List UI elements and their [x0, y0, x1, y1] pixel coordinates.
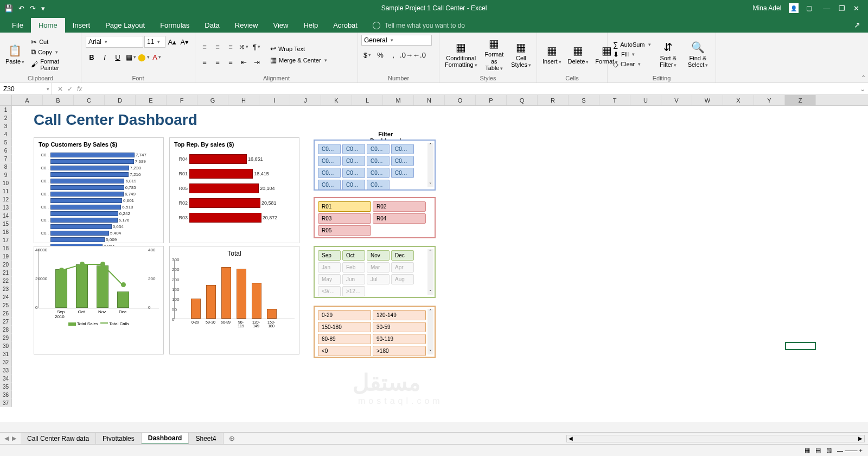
row-header[interactable]: 8 — [0, 163, 12, 171]
row-header[interactable]: 33 — [0, 366, 12, 375]
row-header[interactable]: 26 — [0, 309, 12, 318]
row-header[interactable]: 30 — [0, 342, 12, 350]
slicer-item[interactable]: R05 — [318, 225, 371, 236]
scroll-down-icon[interactable]: ˅ — [429, 182, 432, 187]
tab-view[interactable]: View — [265, 18, 296, 33]
cell-styles-button[interactable]: ▦Cell Styles — [509, 35, 533, 74]
slicer-item[interactable]: C00… — [367, 180, 390, 190]
row-header[interactable]: 14 — [0, 212, 12, 220]
slicer-item[interactable]: C00… — [391, 144, 414, 154]
slicer-item[interactable]: Oct — [342, 250, 365, 261]
bold-button[interactable]: B — [86, 51, 98, 63]
slicer-item[interactable]: May — [318, 274, 341, 284]
format-as-table-button[interactable]: ▦Format as Table — [482, 35, 507, 74]
slicer-item[interactable]: C00… — [318, 144, 341, 154]
comma-format-icon[interactable]: , — [387, 49, 399, 61]
scroll-up-icon[interactable]: ˄ — [429, 143, 432, 148]
column-header[interactable]: Y — [754, 95, 785, 105]
maximize-icon[interactable]: ❐ — [835, 4, 848, 12]
column-header[interactable]: P — [476, 95, 507, 105]
view-page-break-icon[interactable]: ▧ — [826, 447, 832, 454]
slicer-item[interactable]: C00… — [367, 168, 390, 178]
new-sheet-button[interactable]: ⊕ — [224, 434, 240, 442]
slicer-item[interactable]: Aug — [391, 274, 414, 284]
row-header[interactable]: 20 — [0, 261, 12, 269]
sheet-tab-raw-data[interactable]: Call Center Raw data — [21, 433, 96, 444]
close-icon[interactable]: ✕ — [850, 4, 863, 12]
slicer-ranges[interactable]: 0-29120-149150-18030-5960-8990-119<0>180… — [314, 306, 436, 358]
scroll-down-icon[interactable]: ˅ — [429, 349, 432, 354]
border-button[interactable]: ▦ — [125, 51, 137, 63]
column-header[interactable]: I — [259, 95, 290, 105]
column-header[interactable]: H — [228, 95, 259, 105]
italic-button[interactable]: I — [99, 51, 111, 63]
chart-monthly-combo[interactable]: 40000 20000 0 400 200 0 SepOctNovDec 201… — [34, 246, 164, 354]
slicer-item[interactable]: Apr — [391, 262, 414, 273]
slicer-item[interactable]: C00… — [367, 144, 390, 154]
column-header[interactable]: L — [352, 95, 383, 105]
row-header[interactable]: 10 — [0, 179, 12, 187]
worksheet-grid[interactable]: ABCDEFGHIJKLMNOPQRSTUVWXYZ 1234567891011… — [0, 95, 868, 422]
column-header[interactable]: C — [74, 95, 105, 105]
column-header[interactable]: U — [630, 95, 661, 105]
slicer-item[interactable]: >12… — [342, 286, 365, 296]
tab-page-layout[interactable]: Page Layout — [98, 18, 152, 33]
percent-format-icon[interactable]: % — [374, 49, 386, 61]
column-header[interactable]: T — [599, 95, 630, 105]
slicer-item[interactable]: Jan — [318, 262, 341, 273]
slicer-customers[interactable]: C00…C00…C00…C00…C00…C00…C00…C00…C00…C00…… — [314, 140, 436, 191]
row-header[interactable]: 5 — [0, 138, 12, 147]
slicer-item[interactable]: >180 — [373, 346, 426, 356]
sheet-cells[interactable]: Call Center Dashboard Top Customers By S… — [12, 106, 868, 422]
slicer-item[interactable]: C00… — [318, 168, 341, 178]
slicer-item[interactable]: 60-89 — [318, 334, 371, 344]
row-header[interactable]: 34 — [0, 375, 12, 383]
sort-filter-button[interactable]: ⇵Sort & Filter — [655, 35, 681, 74]
orientation-icon[interactable]: ⤭ — [238, 41, 250, 53]
tab-data[interactable]: Data — [197, 18, 227, 33]
slicer-item[interactable]: 150-180 — [318, 322, 371, 332]
wrap-text-button[interactable]: ↩Wrap Text — [268, 44, 329, 53]
row-header[interactable]: 36 — [0, 391, 12, 399]
row-header[interactable]: 23 — [0, 285, 12, 293]
slicer-item[interactable]: Jun — [342, 274, 365, 284]
clear-button[interactable]: ◇Clear — [611, 60, 653, 69]
sheet-tab-sheet4[interactable]: Sheet4 — [189, 433, 223, 444]
copy-button[interactable]: ⧉Copy — [29, 47, 78, 57]
font-color-button[interactable]: A — [151, 51, 163, 63]
row-header[interactable]: 29 — [0, 334, 12, 342]
font-size-select[interactable]: 11 — [144, 36, 165, 48]
row-header[interactable]: 7 — [0, 155, 12, 163]
decrease-decimal-icon[interactable]: ←.0 — [413, 49, 425, 61]
view-normal-icon[interactable]: ▦ — [805, 447, 810, 454]
tab-insert[interactable]: Insert — [65, 18, 98, 33]
slicer-item[interactable]: C00… — [342, 180, 365, 190]
column-header[interactable]: R — [538, 95, 569, 105]
tab-help[interactable]: Help — [296, 18, 326, 33]
decrease-indent-icon[interactable]: ⇤ — [238, 56, 250, 68]
insert-cells-button[interactable]: ▦Insert — [540, 35, 564, 74]
qat-more-icon[interactable]: ▾ — [41, 4, 45, 12]
column-header[interactable]: A — [12, 95, 43, 105]
fill-button[interactable]: ⬇Fill — [611, 50, 653, 59]
row-header[interactable]: 1 — [0, 106, 12, 114]
align-right-icon[interactable]: ≡ — [225, 56, 237, 68]
column-header[interactable]: D — [105, 95, 136, 105]
slicer-item[interactable]: C00… — [391, 156, 414, 166]
slicer-item[interactable]: C00… — [367, 156, 390, 166]
align-center-icon[interactable]: ≡ — [212, 56, 224, 68]
column-header[interactable]: M — [383, 95, 414, 105]
row-header[interactable]: 22 — [0, 277, 12, 285]
fx-icon[interactable]: fx — [77, 85, 82, 93]
column-header[interactable]: E — [136, 95, 167, 105]
prev-sheet-icon[interactable]: ◀ — [4, 435, 9, 442]
slicer-item[interactable]: Sep — [318, 250, 341, 261]
column-header[interactable]: Z — [785, 95, 816, 105]
slicer-item[interactable]: 120-149 — [373, 310, 426, 320]
scroll-up-icon[interactable]: ˄ — [429, 249, 432, 255]
row-header[interactable]: 4 — [0, 130, 12, 138]
tab-acrobat[interactable]: Acrobat — [326, 18, 365, 33]
accounting-format-icon[interactable]: $ — [361, 49, 373, 61]
align-middle-icon[interactable]: ≡ — [212, 41, 224, 53]
tab-review[interactable]: Review — [227, 18, 266, 33]
